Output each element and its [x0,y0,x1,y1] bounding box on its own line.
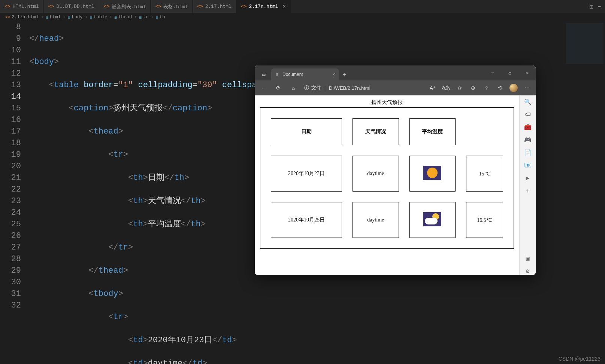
window-controls: ─ ▢ ✕ [484,65,536,80]
maximize-button[interactable]: ▢ [501,65,518,80]
html-file-icon: <> [155,4,161,9]
cell-date: 2020年10月23日 [271,156,342,192]
element-icon: ⊞ [46,15,48,20]
more-menu-icon[interactable]: ⋯ [521,82,533,94]
add-icon[interactable]: ＋ [525,187,531,195]
collections-icon[interactable]: ✧ [480,82,493,94]
table-row: 2020年10月23日 daytime 15℃ [271,156,503,192]
games-icon[interactable]: 🎮 [524,136,532,144]
cell-icon [409,156,456,192]
cloudy-icon [423,212,441,226]
editor-tab[interactable]: <>嵌套列表.html [99,0,151,13]
table-header-row: 日期 天气情况 平均温度 [271,118,503,145]
line-number-gutter: 8 9 10 11 12 13 14 15 16 17 18 19 20 21 … [0,21,29,364]
new-tab-button[interactable]: ＋ [339,68,351,80]
more-actions-icon[interactable]: ⋯ [598,3,601,10]
weather-table: 扬州天气预报 日期 天气情况 平均温度 2020年10月23日 daytime … [260,99,514,249]
browser-window: ▭ 🗎 Document × ＋ ─ ▢ ✕ ← ⟳ ⌂ ⓘ 文件 D:/WEB… [255,65,536,275]
editor-tab[interactable]: <>HTML.html [0,0,44,13]
element-icon: ⊞ [156,15,158,20]
video-icon[interactable]: ▶ [526,174,530,182]
edge-sidebar: 🔍 🏷 🧰 🎮 📄 📧 ▶ ＋ ▣ ⚙ [519,95,536,275]
close-icon[interactable]: × [332,72,335,77]
browser-tab-title: Document [282,72,329,77]
breadcrumb-item[interactable]: ⊞thead [115,15,132,20]
tab-label: 嵌套列表.html [112,3,146,10]
hide-sidebar-icon[interactable]: ▣ [526,255,530,262]
address-bar[interactable]: ⓘ 文件 D:/WEB/2.17n.html [302,85,373,91]
cell-condition: daytime [353,202,399,238]
translate-icon[interactable]: aあ [440,82,453,94]
cell-condition: daytime [353,156,399,192]
breadcrumb-item[interactable]: ⊞html [46,15,60,20]
element-icon: ⊞ [90,15,93,20]
extensions-icon[interactable]: ⊕ [467,82,480,94]
breadcrumb-item[interactable]: ⊞table [90,15,108,20]
breadcrumb-item[interactable]: ⊞th [156,15,165,20]
breadcrumb-item[interactable]: <>2.17n.html [5,15,39,20]
document-icon: 🗎 [275,72,279,77]
editor-tab[interactable]: <>表格.html [151,0,193,13]
close-icon[interactable]: × [283,4,286,10]
tab-label: 表格.html [163,3,188,10]
table-row: 2020年10月25日 daytime 16.5℃ [271,202,503,238]
table-caption: 扬州天气预报 [260,99,514,107]
profile-avatar[interactable] [507,82,520,94]
split-editor-icon[interactable]: ◫ [590,3,593,10]
editor-tab[interactable]: <>DL,DT,DD.html [44,0,99,13]
browser-toolbar: ← ⟳ ⌂ ⓘ 文件 D:/WEB/2.17n.html A⁺ aあ ✩ ⊕ ✧… [255,80,536,95]
cell-date: 2020年10月25日 [271,202,342,238]
address-url: D:/WEB/2.17n.html [329,85,370,91]
office-icon[interactable]: 📄 [524,149,532,156]
outlook-icon[interactable]: 📧 [524,162,532,169]
browser-content: 扬州天气预报 日期 天气情况 平均温度 2020年10月23日 daytime … [255,95,536,275]
favorite-icon[interactable]: ✩ [453,82,466,94]
cell-temp: 16.5℃ [466,202,503,238]
watermark: CSDN @pe11223 [559,356,601,362]
refresh-button[interactable]: ⟳ [272,82,285,94]
html-file-icon: <> [104,4,110,9]
minimize-button[interactable]: ─ [484,65,501,80]
html-file-icon: <> [48,4,54,9]
editor-tab-active[interactable]: <>2.17n.html× [236,0,291,13]
back-button[interactable]: ← [257,82,270,94]
home-button[interactable]: ⌂ [287,82,300,94]
breadcrumb: <>2.17n.html› ⊞html› ⊞body› ⊞table› ⊞the… [0,13,605,21]
browser-titlebar: ▭ 🗎 Document × ＋ ─ ▢ ✕ [255,65,536,80]
breadcrumb-item[interactable]: ⊞body [68,15,82,20]
rendered-page: 扬州天气预报 日期 天气情况 平均温度 2020年10月23日 daytime … [255,95,519,275]
th-weather: 天气情况 [353,118,399,145]
tools-icon[interactable]: 🧰 [524,123,532,131]
cell-temp: 15℃ [466,156,503,192]
close-window-button[interactable]: ✕ [518,65,536,80]
html-file-icon: <> [5,15,10,19]
element-icon: ⊞ [68,15,70,20]
html-file-icon: <> [241,4,247,9]
editor-tab[interactable]: <>2.17.html [193,0,236,13]
browser-tab[interactable]: 🗎 Document × [271,68,339,80]
th-date: 日期 [271,118,342,145]
tab-label: HTML.html [13,4,39,9]
cell-icon [409,202,456,238]
th-temp: 平均温度 [409,118,456,145]
tab-actions-icon[interactable]: ▭ [258,68,270,80]
sun-icon [423,166,441,180]
tab-label: 2.17n.html [249,4,278,9]
shopping-icon[interactable]: 🏷 [525,111,531,118]
minimap[interactable] [564,21,605,364]
tab-label: 2.17.html [205,4,232,9]
search-icon[interactable]: 🔍 [524,98,532,106]
html-file-icon: <> [4,4,10,9]
info-icon: ⓘ [304,85,309,91]
read-aloud-icon[interactable]: A⁺ [426,82,439,94]
editor-actions: ◫ ⋯ [590,0,605,13]
breadcrumb-item[interactable]: ⊞tr [139,15,148,20]
tab-label: DL,DT,DD.html [56,4,94,9]
editor-tab-bar: <>HTML.html <>DL,DT,DD.html <>嵌套列表.html … [0,0,605,13]
element-icon: ⊞ [139,15,142,20]
element-icon: ⊞ [115,15,117,20]
html-file-icon: <> [197,4,203,9]
settings-icon[interactable]: ⚙ [526,267,530,275]
address-type-label: 文件 [311,85,321,91]
sync-icon[interactable]: ⟲ [494,82,506,94]
